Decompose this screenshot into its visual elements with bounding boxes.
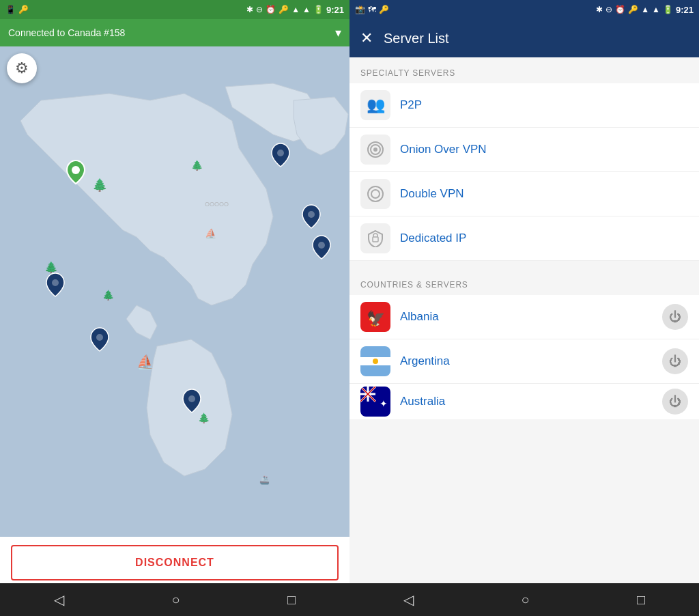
notification-icon: 📱 (5, 5, 16, 14)
settings-button[interactable]: ⚙ (7, 53, 37, 83)
power-icon-argentina: ⏻ (669, 354, 681, 369)
svg-text:⛵: ⛵ (137, 354, 154, 370)
argentina-country-item[interactable]: Argentina ⏻ (350, 339, 699, 384)
double-vpn-server-item[interactable]: Double VPN (350, 172, 699, 216)
do-not-disturb-icon: ⊖ (256, 5, 263, 14)
current-location-pin[interactable] (65, 159, 87, 185)
svg-text:🦅: 🦅 (367, 309, 386, 328)
albania-country-item[interactable]: 🦅 Albania ⏻ (350, 295, 699, 339)
back-button-right[interactable]: ◁ (403, 591, 414, 608)
map-icon-right: 🗺 (368, 5, 376, 14)
svg-text:🌲: 🌲 (198, 412, 210, 424)
argentina-name: Argentina (400, 354, 653, 368)
home-button-left[interactable]: ○ (171, 592, 180, 608)
map-area: 🌲 🌲 🌲 🌲 🌲 ⛵ ⛵ 🚢 OOOOO ⚙ (0, 46, 350, 537)
svg-point-12 (308, 211, 315, 218)
battery-icon: 🔋 (313, 5, 324, 14)
status-bar-right: 📸 🗺 🔑 ✱ ⊖ ⏰ 🔑 ▲ ▲ 🔋 9:21 (350, 0, 699, 19)
nav-bar-left: ◁ ○ □ (0, 583, 350, 616)
system-icons-left: ✱ ⊖ ⏰ 🔑 ▲ ▲ 🔋 9:21 (246, 5, 344, 15)
svg-text:OOOOO: OOOOO (205, 201, 229, 208)
dedicated-ip-icon-box (360, 223, 390, 253)
header-bar: ✕ Server List (350, 19, 699, 57)
time-left: 9:21 (326, 5, 344, 15)
svg-point-10 (72, 166, 80, 174)
status-icons-right: 📸 🗺 🔑 (355, 5, 389, 14)
svg-text:🚢: 🚢 (259, 475, 270, 485)
power-icon-australia: ⏻ (669, 395, 681, 409)
system-icons-right: ✱ ⊖ ⏰ 🔑 ▲ ▲ 🔋 9:21 (596, 5, 694, 15)
argentina-flag-svg (360, 346, 390, 376)
disconnect-button[interactable]: DISCONNECT (11, 545, 339, 580)
svg-point-27 (373, 359, 378, 364)
vpn-icon-right: 🔑 (628, 5, 638, 14)
recents-button-left[interactable]: □ (287, 592, 296, 608)
signal-icon: ▲ (302, 5, 311, 14)
dedicated-ip-server-name: Dedicated IP (400, 232, 688, 245)
p2p-server-name: P2P (400, 98, 688, 112)
albania-name: Albania (400, 310, 653, 324)
svg-point-15 (96, 334, 103, 341)
server-pin-6[interactable] (181, 388, 203, 414)
server-pin-3[interactable] (311, 234, 332, 260)
svg-point-20 (368, 186, 383, 201)
countries-section-label: COUNTRIES & SERVERS (350, 269, 699, 295)
back-button-left[interactable]: ◁ (54, 591, 64, 608)
p2p-server-item[interactable]: 👥 P2P (350, 83, 699, 128)
connection-bar[interactable]: Connected to Canada #158 ▾ (0, 19, 350, 46)
close-button[interactable]: ✕ (360, 29, 373, 47)
wifi-icon: ▲ (291, 5, 300, 14)
svg-point-13 (318, 242, 325, 249)
svg-point-14 (52, 279, 59, 286)
australia-flag-svg: ✦ (360, 387, 390, 417)
server-pin-1[interactable] (270, 142, 291, 168)
alarm-icon-right: ⏰ (615, 5, 625, 14)
albania-connect-button[interactable]: ⏻ (662, 304, 688, 330)
p2p-icon-box: 👥 (360, 90, 390, 120)
status-icons-left: 📱 🔑 (5, 5, 29, 14)
connection-status: Connected to Canada #158 (8, 27, 125, 38)
svg-point-19 (373, 148, 377, 152)
home-button-right[interactable]: ○ (521, 592, 529, 608)
albania-flag: 🦅 (360, 302, 390, 332)
onion-vpn-icon (367, 141, 384, 158)
signal-icon-right: ▲ (652, 5, 660, 14)
server-pin-2[interactable] (300, 204, 322, 229)
dedicated-ip-icon (367, 229, 384, 247)
australia-country-item[interactable]: ✦ Australia ⏻ (350, 384, 699, 419)
p2p-icon: 👥 (367, 96, 385, 114)
double-vpn-icon-box (360, 179, 390, 209)
time-right: 9:21 (676, 5, 694, 15)
svg-text:🌲: 🌲 (92, 178, 108, 193)
left-panel: 📱 🔑 ✱ ⊖ ⏰ 🔑 ▲ ▲ 🔋 9:21 Connected to Cana… (0, 0, 350, 616)
battery-icon-right: 🔋 (663, 5, 673, 14)
server-list-title: Server List (384, 31, 449, 46)
onion-server-item[interactable]: Onion Over VPN (350, 128, 699, 172)
server-pin-4[interactable] (44, 272, 66, 298)
alarm-icon: ⏰ (266, 5, 276, 14)
bluetooth-icon-right: ✱ (596, 5, 603, 14)
australia-connect-button[interactable]: ⏻ (662, 389, 688, 415)
svg-rect-22 (373, 237, 378, 242)
server-pin-5[interactable] (89, 326, 111, 352)
specialty-section-label: SPECIALTY SERVERS (350, 57, 699, 83)
status-bar-left: 📱 🔑 ✱ ⊖ ⏰ 🔑 ▲ ▲ 🔋 9:21 (0, 0, 350, 19)
right-panel: 📸 🗺 🔑 ✱ ⊖ ⏰ 🔑 ▲ ▲ 🔋 9:21 ✕ Server List S… (350, 0, 699, 616)
dedicated-ip-server-item[interactable]: Dedicated IP (350, 216, 699, 261)
vpn-icon: 🔑 (279, 5, 289, 14)
svg-text:🌲: 🌲 (102, 290, 115, 301)
bluetooth-icon: ✱ (246, 5, 253, 14)
nav-bar-right: ◁ ○ □ (350, 583, 699, 616)
vpn-key-icon-right: 🔑 (379, 5, 389, 14)
argentina-connect-button[interactable]: ⏻ (662, 348, 688, 374)
svg-text:✦: ✦ (380, 398, 388, 409)
svg-text:🌲: 🌲 (191, 160, 203, 171)
power-icon-albania: ⏻ (669, 310, 681, 324)
svg-point-11 (277, 150, 284, 156)
wifi-icon-right: ▲ (641, 5, 649, 14)
do-not-disturb-icon-right: ⊖ (605, 5, 612, 14)
server-list: SPECIALTY SERVERS 👥 P2P Onion Over VPN (350, 57, 699, 583)
recents-button-right[interactable]: □ (637, 592, 645, 608)
double-vpn-server-name: Double VPN (400, 187, 688, 201)
onion-icon-box (360, 135, 390, 165)
